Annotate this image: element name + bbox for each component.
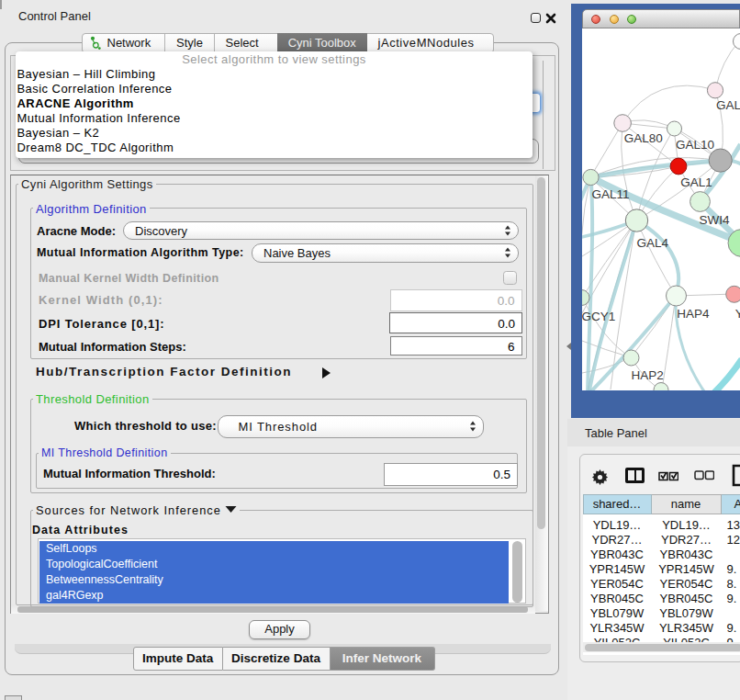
svg-text:GAL80: GAL80 [623,131,662,145]
svg-text:SWI4: SWI4 [699,213,729,227]
svg-text:GAL11: GAL11 [591,187,629,201]
svg-text:HAP4: HAP4 [677,307,710,321]
svg-text:GAL10: GAL10 [675,138,713,152]
svg-text:HAP2: HAP2 [631,368,663,382]
svg-text:YM: YM [734,307,740,321]
svg-text:GAL1: GAL1 [680,175,712,189]
svg-text:GAL2: GAL2 [716,98,740,112]
svg-text:GCY1: GCY1 [582,310,615,323]
svg-text:GAL4: GAL4 [636,236,668,250]
